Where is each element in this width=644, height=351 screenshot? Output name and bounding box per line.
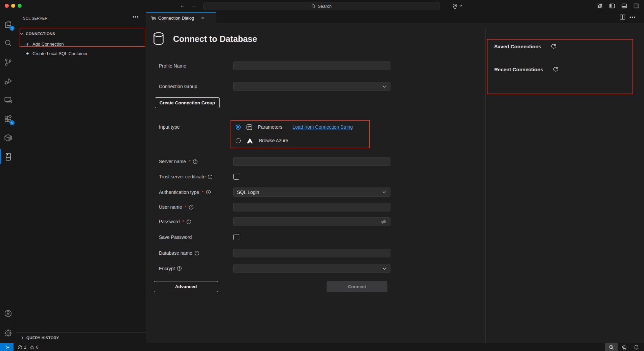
customize-layout-icon[interactable]: [597, 3, 603, 9]
load-from-connection-string-link[interactable]: Load from Connection String: [292, 124, 353, 130]
copilot-icon[interactable]: [452, 3, 458, 9]
sidebar-item-search[interactable]: [0, 36, 16, 51]
sidebar-item-source-control[interactable]: [0, 55, 16, 70]
toggle-panel-icon[interactable]: [621, 3, 627, 9]
query-history-section-header[interactable]: QUERY HISTORY: [16, 332, 146, 343]
active-view-indicator: [0, 149, 1, 164]
tab-close-icon[interactable]: ×: [200, 16, 205, 20]
plus-icon: +: [25, 51, 30, 57]
info-icon[interactable]: [189, 205, 194, 210]
sql-server-icon: [4, 152, 13, 161]
remote-indicator[interactable]: [0, 343, 14, 351]
sidebar-item-run-debug[interactable]: [0, 74, 16, 89]
title-bar: ← → Search: [0, 0, 644, 12]
navigate-back-icon[interactable]: ←: [180, 2, 185, 8]
accounts-button[interactable]: [0, 306, 16, 321]
status-bar: 1 0: [0, 343, 644, 351]
toggle-password-visibility-icon[interactable]: [380, 219, 387, 225]
recent-connections-header: Recent Connections: [494, 67, 558, 72]
info-icon[interactable]: [206, 190, 211, 195]
container-package-icon: [4, 133, 13, 142]
sidebar-item-sql-server[interactable]: [0, 149, 16, 164]
password-input[interactable]: [233, 217, 390, 226]
authentication-type-label: Authentication type *: [159, 187, 211, 197]
tab-bar: Connection Dialog × •••: [146, 12, 644, 23]
azure-icon: [246, 137, 254, 144]
save-password-checkbox[interactable]: [233, 234, 239, 240]
remote-explorer-icon: [4, 96, 13, 104]
search-icon: [311, 4, 316, 8]
sidebar-sql-server: SQL SERVER ••• CONNECTIONS + Add Connect…: [16, 12, 146, 343]
toggle-primary-sidebar-icon[interactable]: [609, 3, 615, 9]
error-count: 1: [24, 345, 26, 350]
parameters-option-label[interactable]: Parameters: [258, 124, 282, 130]
server-name-input[interactable]: [233, 157, 390, 166]
editor-more-actions-button[interactable]: •••: [629, 16, 636, 19]
connect-button[interactable]: Connect: [327, 281, 387, 292]
info-icon[interactable]: [193, 159, 198, 164]
refresh-icon[interactable]: [551, 44, 556, 49]
authentication-type-dropdown[interactable]: SQL Login: [233, 187, 390, 197]
window-close-button[interactable]: [5, 4, 9, 8]
chevron-right-icon: [20, 335, 25, 341]
connection-dialog-tab-icon: [150, 15, 156, 21]
sidebar-item-remote-explorer[interactable]: [0, 93, 16, 107]
search-placeholder: Search: [318, 4, 332, 9]
editor-actions: •••: [620, 14, 636, 20]
trust-server-certificate-checkbox[interactable]: [233, 174, 239, 180]
create-connection-group-button[interactable]: Create Connection Group: [155, 97, 220, 108]
sidebar-item-containers[interactable]: [0, 130, 16, 145]
browse-azure-option-label[interactable]: Browse Azure: [259, 138, 288, 143]
database-name-input[interactable]: [233, 249, 390, 257]
zoom-status-button[interactable]: [605, 343, 618, 351]
toggle-secondary-sidebar-icon[interactable]: [634, 3, 639, 9]
encrypt-dropdown[interactable]: [233, 264, 390, 273]
search-view-icon: [4, 39, 13, 48]
chevron-down-icon: [382, 267, 387, 270]
connections-section-header[interactable]: CONNECTIONS: [16, 29, 146, 38]
sidebar-more-actions-button[interactable]: •••: [133, 16, 139, 18]
notifications-button[interactable]: [632, 343, 640, 351]
copilot-status-button[interactable]: [620, 343, 628, 351]
sidebar-title: SQL SERVER: [23, 12, 48, 24]
explorer-badge: 1: [9, 26, 15, 31]
chevron-down-icon: [382, 191, 387, 194]
navigate-forward-icon[interactable]: →: [191, 2, 197, 8]
encrypt-label: Encrypt: [159, 264, 182, 273]
refresh-icon[interactable]: [553, 67, 558, 72]
info-icon[interactable]: [208, 174, 213, 179]
settings-button[interactable]: [0, 326, 16, 341]
connection-group-dropdown[interactable]: [233, 82, 390, 91]
profile-name-input[interactable]: [233, 61, 390, 70]
chevron-down-icon: [382, 85, 387, 88]
source-control-icon: [4, 58, 13, 67]
database-name-label: Database name: [159, 249, 199, 257]
window-minimize-button[interactable]: [11, 4, 15, 8]
copilot-chevron-down-icon[interactable]: [459, 4, 462, 7]
chevron-down-icon: [19, 31, 24, 36]
problems-status[interactable]: 1 0: [18, 343, 38, 351]
window-zoom-button[interactable]: [18, 4, 22, 8]
info-icon[interactable]: [186, 219, 191, 224]
advanced-button[interactable]: Advanced: [154, 281, 218, 292]
input-type-parameters-option: Parameters Load from Connection String: [236, 122, 353, 132]
dialog-heading: Connect to Database: [153, 32, 257, 46]
browse-azure-radio[interactable]: [236, 138, 241, 143]
tab-connection-dialog[interactable]: Connection Dialog ×: [146, 12, 216, 23]
sidebar-item-explorer[interactable]: 1: [0, 17, 16, 32]
create-local-sql-container-item[interactable]: + Create Local SQL Container: [16, 49, 146, 58]
input-type-browse-azure-option: Browse Azure: [236, 136, 288, 145]
split-editor-icon[interactable]: [620, 14, 625, 20]
info-icon[interactable]: [194, 251, 199, 256]
save-password-label: Save Password: [159, 233, 192, 242]
parameters-radio[interactable]: [236, 125, 241, 130]
zoom-in-icon: [609, 345, 614, 350]
user-name-input[interactable]: [233, 203, 390, 211]
sidebar-item-extensions[interactable]: 1: [0, 111, 16, 126]
warning-count: 0: [36, 345, 39, 350]
connection-group-label: Connection Group: [159, 82, 197, 91]
add-connection-item[interactable]: + Add Connection: [16, 40, 146, 49]
input-type-label: Input type: [159, 122, 180, 132]
search-input[interactable]: Search: [204, 2, 439, 10]
info-icon[interactable]: [177, 266, 182, 271]
